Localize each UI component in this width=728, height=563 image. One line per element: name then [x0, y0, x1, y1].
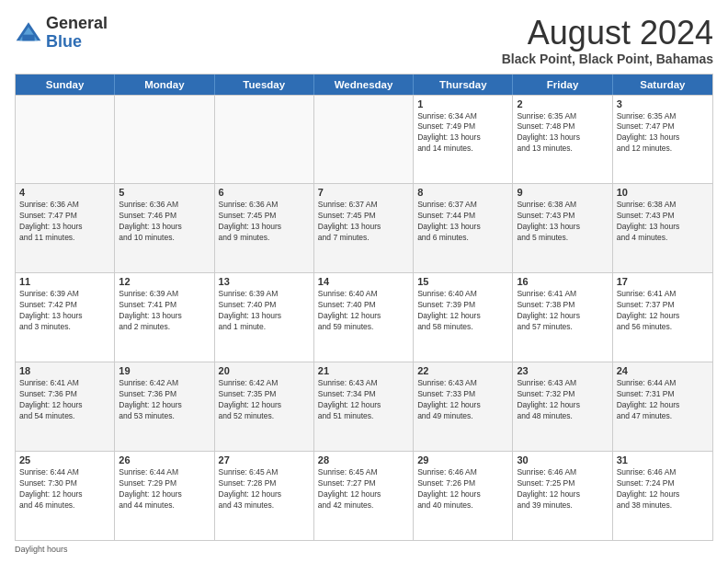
day-info: Sunrise: 6:43 AMSunset: 7:33 PMDaylight:…: [417, 378, 508, 422]
cal-cell: 12Sunrise: 6:39 AMSunset: 7:41 PMDayligh…: [115, 273, 214, 362]
cal-cell: 29Sunrise: 6:46 AMSunset: 7:26 PMDayligh…: [414, 452, 513, 540]
day-info: Sunrise: 6:39 AMSunset: 7:42 PMDaylight:…: [19, 289, 110, 333]
logo-blue-text: Blue: [46, 32, 82, 51]
day-info: Sunrise: 6:42 AMSunset: 7:36 PMDaylight:…: [119, 378, 210, 422]
day-info: Sunrise: 6:44 AMSunset: 7:30 PMDaylight:…: [19, 467, 110, 511]
day-info: Sunrise: 6:44 AMSunset: 7:29 PMDaylight:…: [119, 467, 210, 511]
day-info: Sunrise: 6:39 AMSunset: 7:40 PMDaylight:…: [219, 289, 310, 333]
cal-cell: 14Sunrise: 6:40 AMSunset: 7:40 PMDayligh…: [314, 273, 414, 362]
day-number: 14: [318, 276, 409, 287]
day-number: 30: [517, 454, 608, 465]
cal-cell: 30Sunrise: 6:46 AMSunset: 7:25 PMDayligh…: [513, 452, 612, 540]
day-info: Sunrise: 6:41 AMSunset: 7:36 PMDaylight:…: [19, 378, 110, 422]
cal-cell: 23Sunrise: 6:43 AMSunset: 7:32 PMDayligh…: [513, 362, 612, 451]
day-info: Sunrise: 6:43 AMSunset: 7:32 PMDaylight:…: [517, 378, 608, 422]
day-info: Sunrise: 6:44 AMSunset: 7:31 PMDaylight:…: [617, 378, 709, 422]
day-number: 24: [617, 365, 709, 376]
cal-cell: 17Sunrise: 6:41 AMSunset: 7:37 PMDayligh…: [613, 273, 712, 362]
day-info: Sunrise: 6:38 AMSunset: 7:43 PMDaylight:…: [617, 200, 709, 244]
page: General Blue August 2024 Black Point, Bl…: [0, 0, 728, 563]
logo-text: General Blue: [46, 15, 108, 52]
day-info: Sunrise: 6:36 AMSunset: 7:47 PMDaylight:…: [19, 200, 110, 244]
cal-cell: 6Sunrise: 6:36 AMSunset: 7:45 PMDaylight…: [215, 184, 314, 272]
cal-cell: 26Sunrise: 6:44 AMSunset: 7:29 PMDayligh…: [115, 452, 214, 540]
cal-cell: 4Sunrise: 6:36 AMSunset: 7:47 PMDaylight…: [16, 184, 115, 272]
cal-cell: [16, 96, 115, 184]
cal-cell: 8Sunrise: 6:37 AMSunset: 7:44 PMDaylight…: [414, 184, 513, 272]
day-number: 23: [517, 365, 608, 376]
day-info: Sunrise: 6:40 AMSunset: 7:39 PMDaylight:…: [417, 289, 508, 333]
day-number: 22: [417, 365, 508, 376]
day-number: 16: [517, 276, 608, 287]
day-info: Sunrise: 6:46 AMSunset: 7:25 PMDaylight:…: [517, 467, 608, 511]
cal-week-2: 4Sunrise: 6:36 AMSunset: 7:47 PMDaylight…: [16, 183, 712, 272]
day-number: 26: [119, 454, 210, 465]
day-info: Sunrise: 6:46 AMSunset: 7:26 PMDaylight:…: [417, 467, 508, 511]
cal-cell: 2Sunrise: 6:35 AMSunset: 7:48 PMDaylight…: [513, 96, 612, 184]
cal-cell: 24Sunrise: 6:44 AMSunset: 7:31 PMDayligh…: [613, 362, 712, 451]
cal-header-saturday: Saturday: [613, 75, 712, 95]
cal-cell: 21Sunrise: 6:43 AMSunset: 7:34 PMDayligh…: [314, 362, 414, 451]
day-info: Sunrise: 6:40 AMSunset: 7:40 PMDaylight:…: [318, 289, 409, 333]
day-number: 5: [119, 187, 210, 198]
day-info: Sunrise: 6:35 AMSunset: 7:48 PMDaylight:…: [517, 111, 608, 155]
day-info: Sunrise: 6:34 AMSunset: 7:49 PMDaylight:…: [417, 111, 508, 155]
cal-header-thursday: Thursday: [414, 75, 513, 95]
daylight-label: Daylight hours: [15, 545, 68, 554]
day-number: 28: [318, 454, 409, 465]
day-number: 6: [219, 187, 310, 198]
day-number: 9: [517, 187, 608, 198]
day-info: Sunrise: 6:37 AMSunset: 7:44 PMDaylight:…: [417, 200, 508, 244]
day-number: 17: [617, 276, 709, 287]
day-info: Sunrise: 6:41 AMSunset: 7:38 PMDaylight:…: [517, 289, 608, 333]
cal-cell: 11Sunrise: 6:39 AMSunset: 7:42 PMDayligh…: [16, 273, 115, 362]
cal-cell: 27Sunrise: 6:45 AMSunset: 7:28 PMDayligh…: [215, 452, 314, 540]
cal-cell: 10Sunrise: 6:38 AMSunset: 7:43 PMDayligh…: [613, 184, 712, 272]
cal-header-monday: Monday: [115, 75, 214, 95]
cal-week-4: 18Sunrise: 6:41 AMSunset: 7:36 PMDayligh…: [16, 362, 712, 451]
day-number: 13: [219, 276, 310, 287]
cal-header-friday: Friday: [513, 75, 612, 95]
cal-cell: 22Sunrise: 6:43 AMSunset: 7:33 PMDayligh…: [414, 362, 513, 451]
day-info: Sunrise: 6:39 AMSunset: 7:41 PMDaylight:…: [119, 289, 210, 333]
cal-cell: 1Sunrise: 6:34 AMSunset: 7:49 PMDaylight…: [414, 96, 513, 184]
cal-week-5: 25Sunrise: 6:44 AMSunset: 7:30 PMDayligh…: [16, 451, 712, 540]
cal-cell: 19Sunrise: 6:42 AMSunset: 7:36 PMDayligh…: [115, 362, 214, 451]
cal-cell: 18Sunrise: 6:41 AMSunset: 7:36 PMDayligh…: [16, 362, 115, 451]
day-info: Sunrise: 6:43 AMSunset: 7:34 PMDaylight:…: [318, 378, 409, 422]
cal-week-3: 11Sunrise: 6:39 AMSunset: 7:42 PMDayligh…: [16, 272, 712, 362]
cal-cell: 31Sunrise: 6:46 AMSunset: 7:24 PMDayligh…: [613, 452, 712, 540]
cal-header-tuesday: Tuesday: [215, 75, 314, 95]
svg-rect-2: [22, 34, 34, 40]
day-number: 2: [517, 98, 608, 109]
header: General Blue August 2024 Black Point, Bl…: [15, 15, 713, 66]
day-number: 31: [617, 454, 709, 465]
logo: General Blue: [15, 15, 108, 52]
day-number: 19: [119, 365, 210, 376]
cal-cell: [115, 96, 214, 184]
day-number: 18: [19, 365, 110, 376]
cal-cell: 16Sunrise: 6:41 AMSunset: 7:38 PMDayligh…: [513, 273, 612, 362]
calendar: SundayMondayTuesdayWednesdayThursdayFrid…: [15, 74, 713, 541]
cal-cell: 13Sunrise: 6:39 AMSunset: 7:40 PMDayligh…: [215, 273, 314, 362]
day-info: Sunrise: 6:42 AMSunset: 7:35 PMDaylight:…: [219, 378, 310, 422]
day-info: Sunrise: 6:36 AMSunset: 7:46 PMDaylight:…: [119, 200, 210, 244]
cal-cell: 9Sunrise: 6:38 AMSunset: 7:43 PMDaylight…: [513, 184, 612, 272]
cal-cell: 28Sunrise: 6:45 AMSunset: 7:27 PMDayligh…: [314, 452, 414, 540]
day-info: Sunrise: 6:35 AMSunset: 7:47 PMDaylight:…: [617, 111, 709, 155]
subtitle: Black Point, Black Point, Bahamas: [502, 52, 713, 66]
day-number: 21: [318, 365, 409, 376]
title-block: August 2024 Black Point, Black Point, Ba…: [502, 15, 713, 66]
day-number: 15: [417, 276, 508, 287]
day-number: 27: [219, 454, 310, 465]
day-info: Sunrise: 6:41 AMSunset: 7:37 PMDaylight:…: [617, 289, 709, 333]
day-number: 29: [417, 454, 508, 465]
calendar-header-row: SundayMondayTuesdayWednesdayThursdayFrid…: [16, 75, 712, 95]
day-info: Sunrise: 6:45 AMSunset: 7:28 PMDaylight:…: [219, 467, 310, 511]
logo-general-text: General: [46, 14, 108, 32]
day-number: 3: [617, 98, 709, 109]
cal-header-wednesday: Wednesday: [314, 75, 414, 95]
day-info: Sunrise: 6:46 AMSunset: 7:24 PMDaylight:…: [617, 467, 709, 511]
day-number: 11: [19, 276, 110, 287]
cal-cell: 5Sunrise: 6:36 AMSunset: 7:46 PMDaylight…: [115, 184, 214, 272]
